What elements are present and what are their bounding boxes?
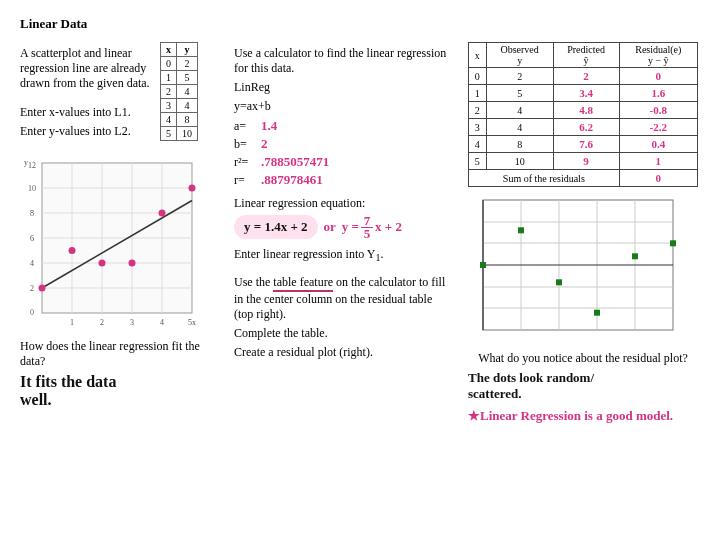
svg-point-29 — [159, 210, 166, 217]
middle-column: Use a calculator to find the linear regr… — [234, 42, 454, 424]
svg-text:2: 2 — [30, 284, 34, 293]
svg-point-28 — [129, 260, 136, 267]
complete-table: Complete the table. — [234, 326, 454, 341]
residual-question: What do you notice about the residual pl… — [468, 351, 698, 366]
svg-text:0: 0 — [30, 308, 34, 317]
svg-point-25 — [39, 285, 46, 292]
residual-answer: The dots look random/scattered. — [468, 370, 698, 402]
eq-form: y=ax+b — [234, 99, 454, 114]
svg-text:12: 12 — [28, 161, 36, 170]
svg-text:8: 8 — [30, 209, 34, 218]
svg-rect-43 — [518, 227, 524, 233]
svg-rect-47 — [670, 240, 676, 246]
table-feature-instr: Use the table feature on the calculator … — [234, 275, 454, 322]
scatter-description: A scatterplot and linear regression line… — [20, 46, 150, 91]
svg-text:3: 3 — [130, 318, 134, 327]
instr-l1: Enter x-values into L1. — [20, 105, 150, 120]
svg-text:1: 1 — [70, 318, 74, 327]
svg-rect-45 — [594, 310, 600, 316]
r-value: .887978461 — [261, 172, 323, 187]
svg-point-30 — [189, 185, 196, 192]
page-title: Linear Data — [20, 16, 700, 32]
svg-rect-44 — [556, 279, 562, 285]
residual-plot — [468, 195, 698, 345]
svg-text:x: x — [192, 318, 196, 327]
regression-equation: y = 1.4x + 2 or y = 7 5 x + 2 — [234, 215, 454, 239]
right-column: x Observed y Predicted ŷ Residual(e) y −… — [468, 42, 698, 424]
b-value: 2 — [261, 136, 268, 151]
xy-data-table: xy 02 15 24 34 48 510 — [160, 42, 198, 141]
svg-text:2: 2 — [100, 318, 104, 327]
model-note: ★Linear Regression is a good model. — [468, 408, 698, 424]
svg-rect-46 — [632, 253, 638, 259]
svg-text:6: 6 — [30, 234, 34, 243]
left-column: A scatterplot and linear regression line… — [20, 42, 220, 424]
calc-instr: Use a calculator to find the linear regr… — [234, 46, 454, 76]
a-value: 1.4 — [261, 118, 277, 133]
svg-point-26 — [69, 247, 76, 254]
residual-table: x Observed y Predicted ŷ Residual(e) y −… — [468, 42, 698, 187]
svg-text:4: 4 — [160, 318, 164, 327]
svg-rect-42 — [480, 262, 486, 268]
svg-text:4: 4 — [30, 259, 34, 268]
instr-l2: Enter y-values into L2. — [20, 124, 150, 139]
fit-question: How does the linear regression fit the d… — [20, 339, 220, 369]
eq-heading: Linear regression equation: — [234, 196, 454, 211]
create-residual: Create a residual plot (right). — [234, 345, 454, 360]
svg-text:y: y — [24, 158, 28, 167]
svg-text:10: 10 — [28, 184, 36, 193]
r2-value: .7885057471 — [261, 154, 329, 169]
fit-answer: It fits the datawell. — [20, 373, 220, 409]
star-icon: ★ — [468, 408, 480, 423]
enter-y1: Enter linear regression into Y1. — [234, 247, 454, 265]
svg-point-27 — [99, 260, 106, 267]
linreg-label: LinReg — [234, 80, 454, 95]
scatterplot: 024 681012 123 45 yx — [20, 155, 220, 335]
